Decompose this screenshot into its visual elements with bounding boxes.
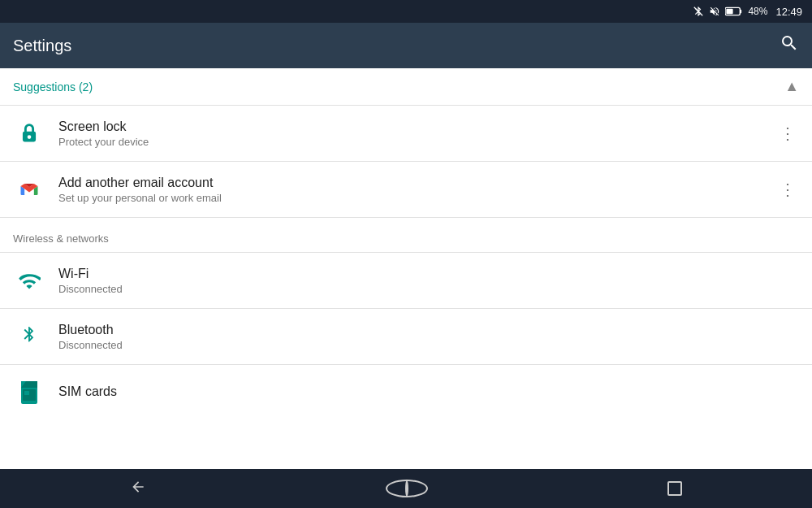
home-button[interactable]	[386, 480, 428, 497]
bluetooth-settings-icon	[13, 320, 45, 353]
wireless-section-header: Wireless & networks	[0, 217, 812, 252]
bluetooth-subtitle: Disconnected	[58, 339, 799, 351]
email-account-text: Add another email account Set up your pe…	[58, 176, 776, 204]
bluetooth-title: Bluetooth	[58, 323, 799, 337]
sim-cards-title: SIM cards	[58, 384, 799, 399]
toolbar: Settings	[0, 23, 812, 68]
status-time: 12:49	[775, 6, 802, 18]
sim-icon	[13, 376, 45, 409]
wifi-icon	[13, 264, 45, 297]
suggestions-chevron[interactable]: ▲	[784, 78, 799, 95]
screen-lock-subtitle: Protect your device	[58, 136, 776, 148]
email-account-title: Add another email account	[58, 176, 776, 190]
screen-lock-more-button[interactable]: ⋮	[776, 120, 799, 146]
screen-lock-text: Screen lock Protect your device	[58, 119, 776, 148]
bluetooth-text: Bluetooth Disconnected	[58, 323, 799, 351]
mute-icon	[709, 6, 720, 17]
wireless-section-label: Wireless & networks	[13, 232, 109, 245]
wifi-subtitle: Disconnected	[58, 283, 799, 295]
recents-button[interactable]	[648, 475, 702, 502]
back-button[interactable]	[110, 472, 166, 506]
battery-icon	[725, 6, 743, 17]
bluetooth-icon	[693, 6, 704, 17]
email-account-item[interactable]: Add another email account Set up your pe…	[0, 161, 812, 217]
suggestions-label: Suggestions (2)	[13, 80, 93, 93]
lock-icon	[13, 117, 45, 150]
page-title: Settings	[13, 37, 71, 55]
content-area: Suggestions (2) ▲ Screen lock Protect yo…	[0, 68, 812, 469]
sim-cards-item[interactable]: SIM cards	[0, 364, 812, 420]
email-account-more-button[interactable]: ⋮	[776, 176, 799, 202]
screen-lock-title: Screen lock	[58, 119, 776, 134]
search-button[interactable]	[780, 33, 799, 58]
status-bar: 48% 12:49	[0, 0, 812, 23]
gmail-icon	[13, 173, 45, 206]
status-icons: 48% 12:49	[693, 6, 802, 18]
svg-rect-2	[741, 10, 742, 14]
email-account-subtitle: Set up your personal or work email	[58, 192, 776, 204]
nav-bar	[0, 469, 812, 508]
wifi-item[interactable]: Wi-Fi Disconnected	[0, 252, 812, 308]
screen-lock-item[interactable]: Screen lock Protect your device ⋮	[0, 105, 812, 161]
suggestions-header[interactable]: Suggestions (2) ▲	[0, 68, 812, 105]
svg-point-5	[28, 135, 32, 139]
battery-percent: 48%	[748, 6, 767, 17]
svg-rect-9	[24, 391, 29, 395]
wifi-text: Wi-Fi Disconnected	[58, 267, 799, 295]
svg-rect-3	[727, 9, 733, 14]
sim-cards-text: SIM cards	[58, 384, 799, 401]
wifi-title: Wi-Fi	[58, 267, 799, 281]
bluetooth-item[interactable]: Bluetooth Disconnected	[0, 308, 812, 364]
